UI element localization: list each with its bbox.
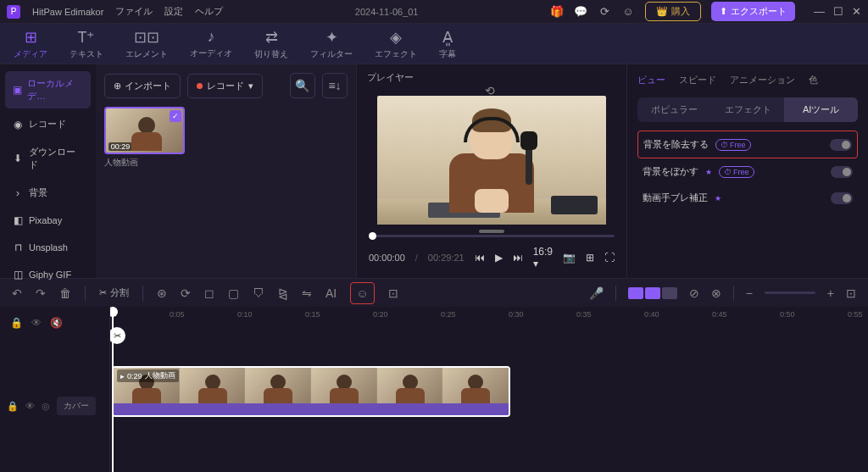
split-button[interactable]: ✂ 分割 [99, 286, 129, 299]
grid-button[interactable]: ⊞ [586, 252, 594, 264]
timeline-tracks[interactable]: 0:05 0:10 0:15 0:20 0:25 0:30 0:35 0:40 … [110, 307, 868, 472]
next-button[interactable]: ⏭ [513, 252, 523, 264]
prev-button[interactable]: ⏮ [475, 252, 485, 264]
tab-subtitle[interactable]: A͈字幕 [436, 26, 459, 62]
buy-button[interactable]: 👑 購入 [645, 2, 701, 21]
sidebar-pixabay[interactable]: ◧Pixabay [5, 208, 91, 232]
tab-filter[interactable]: ✦フィルター [307, 26, 356, 62]
properties-panel: ビュー スピード アニメーション 色 ポピュラー エフェクト AIツール 背景を… [627, 64, 868, 278]
media-thumbnail[interactable]: 00:29 ✓ 人物動画 [104, 107, 185, 169]
tab-element[interactable]: ⊡⊡エレメント [122, 26, 171, 62]
fullscreen-button[interactable]: ⛶ [604, 252, 615, 264]
resize-handle[interactable] [479, 230, 504, 233]
sidebar-record[interactable]: ◉レコード [5, 112, 91, 136]
stabilize-toggle[interactable] [831, 192, 853, 204]
export-button[interactable]: ⬆ エクスポート [711, 2, 795, 21]
chat-icon[interactable]: 💬 [574, 5, 587, 19]
eye-icon[interactable]: 👁 [25, 401, 35, 411]
sidebar-unsplash[interactable]: ⊓Unsplash [5, 236, 91, 259]
close-button[interactable]: ✕ [852, 5, 861, 18]
cut-marker-icon[interactable]: ✂ [110, 327, 125, 344]
undo-button[interactable]: ↶ [12, 286, 22, 300]
shield-tool-icon[interactable]: ⛉ [253, 286, 264, 300]
snapshot-button[interactable]: 📷 [563, 252, 576, 264]
track-cover-label[interactable]: カバー [57, 397, 96, 415]
mirror-tool-icon[interactable]: ⧎ [278, 286, 288, 300]
record-button[interactable]: レコード ▾ [187, 74, 263, 98]
thumbnail-name: 人物動画 [104, 157, 185, 169]
flip-tool-icon[interactable]: ⇋ [302, 286, 312, 300]
subtab-effect[interactable]: エフェクト [711, 97, 785, 122]
rp-tab-view[interactable]: ビュー [637, 71, 665, 89]
remove-bg-label: 背景を除去する [643, 138, 709, 151]
menu-settings[interactable]: 設定 [164, 5, 183, 18]
subtab-popular[interactable]: ポピュラー [637, 97, 711, 122]
zoom-in-button[interactable]: + [827, 286, 834, 300]
rotate-tool-icon[interactable]: ⟳ [181, 286, 191, 300]
redo-button[interactable]: ↷ [36, 286, 46, 300]
video-preview[interactable]: ⟲ [377, 96, 606, 225]
lock-track-icon[interactable]: 🔒 [10, 317, 23, 329]
tab-text[interactable]: T⁺テキスト [66, 26, 107, 62]
free-badge: ⏱ Free [719, 166, 754, 178]
ai-stabilize[interactable]: 動画手ブレ補正 ★ [637, 185, 858, 211]
tab-media[interactable]: ⊞メディア [10, 26, 51, 62]
unsplash-icon: ⊓ [12, 242, 24, 253]
ai-blur-bg[interactable]: 背景をぼかす ★ ⏱ Free [637, 158, 858, 185]
crop-tool-icon[interactable]: ◻ [204, 286, 214, 300]
sort-button[interactable]: ≡↓ [322, 73, 348, 98]
rp-tab-speed[interactable]: スピード [679, 71, 716, 89]
menu-help[interactable]: ヘルプ [195, 5, 223, 18]
timeline-clip[interactable]: ▸ 0:29 人物動画 [112, 366, 510, 417]
lock-icon[interactable]: 🔒 [7, 401, 19, 412]
mute-track-icon[interactable]: 🔇 [50, 317, 63, 329]
rotate-handle-icon[interactable]: ⟲ [485, 84, 498, 94]
sidebar-download[interactable]: ⬇ダウンロード [5, 140, 91, 177]
seek-bar[interactable] [369, 235, 615, 237]
play-button[interactable]: ▶ [495, 252, 503, 264]
zoom-out-button[interactable]: − [746, 286, 753, 300]
app-name: HitPaw Edimakor [32, 7, 103, 17]
cutout-tool-button[interactable]: ☺ [350, 282, 374, 304]
zoom-slider[interactable] [765, 292, 815, 294]
refresh-icon[interactable]: ⟳ [598, 5, 611, 19]
target-icon[interactable]: ◎ [42, 401, 50, 412]
menu-file[interactable]: ファイル [115, 5, 153, 18]
subtab-ai[interactable]: AIツール [784, 97, 858, 122]
minimize-button[interactable]: — [814, 5, 825, 18]
tab-transition[interactable]: ⇄切り替え [251, 26, 292, 62]
maximize-button[interactable]: ☐ [833, 5, 843, 18]
import-button[interactable]: ⊕ インポート [104, 74, 181, 98]
app-logo: P [7, 5, 20, 19]
search-button[interactable]: 🔍 [290, 73, 315, 98]
eye-track-icon[interactable]: 👁 [31, 317, 42, 329]
magnet-icon[interactable]: ⊘ [689, 286, 699, 300]
gift-icon[interactable]: 🎁 [550, 5, 564, 19]
blur-bg-label: 背景をぼかす [643, 165, 698, 178]
rp-tab-color[interactable]: 色 [809, 71, 818, 89]
sidebar-background[interactable]: ›背景 [5, 180, 91, 205]
track-view-toggle[interactable] [628, 287, 677, 299]
timeline-ruler[interactable]: 0:05 0:10 0:15 0:20 0:25 0:30 0:35 0:40 … [110, 307, 868, 325]
rp-tab-animation[interactable]: アニメーション [730, 71, 795, 89]
sidebar-giphy[interactable]: ◫Giphy GIF [5, 263, 91, 286]
link-icon[interactable]: ⊗ [711, 286, 721, 300]
blur-bg-toggle[interactable] [831, 166, 853, 178]
account-icon[interactable]: ☺ [621, 5, 635, 19]
buy-label: 購入 [671, 5, 690, 18]
timeline-toolbar: ↶ ↷ 🗑 ✂ 分割 ⊛ ⟳ ◻ ▢ ⛉ ⧎ ⇋ AI ☺ ⊡ 🎤 ⊘ ⊗ − … [0, 278, 868, 307]
speed-tool-icon[interactable]: ⊛ [157, 286, 167, 300]
tab-audio[interactable]: ♪オーディオ [186, 26, 236, 61]
delete-button[interactable]: 🗑 [59, 286, 71, 300]
fit-icon[interactable]: ⊡ [846, 286, 856, 300]
aspect-button[interactable]: 16:9 ▾ [533, 246, 553, 269]
mic-icon[interactable]: 🎤 [589, 286, 604, 300]
camera-tool-icon[interactable]: ⊡ [388, 286, 398, 300]
sidebar-local-media[interactable]: ▣ローカルメデ… [5, 71, 91, 108]
tool-tabs: ⊞メディア T⁺テキスト ⊡⊡エレメント ♪オーディオ ⇄切り替え ✦フィルター… [0, 24, 868, 64]
ai-tool-icon[interactable]: AI [326, 286, 337, 300]
ai-remove-bg[interactable]: 背景を除去する ⏱ Free [637, 130, 858, 158]
mask-tool-icon[interactable]: ▢ [228, 286, 239, 300]
remove-bg-toggle[interactable] [830, 139, 852, 151]
tab-effect[interactable]: ◈エフェクト [371, 26, 420, 62]
